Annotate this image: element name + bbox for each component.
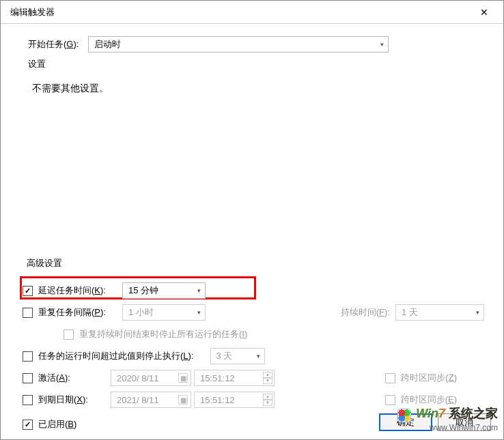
expire-sync: 跨时区同步(E) [385,394,457,406]
stop-after-row: 任务的运行时间超过此值则停止执行(L): 3 天 ▾ [23,346,484,366]
activate-sync: 跨时区同步(Z) [385,372,457,384]
repeat-interval-select: 1 小时 ▾ [122,304,206,321]
activate-date-value: 2020/ 8/11 [117,373,158,383]
enabled-label: 已启用(B) [38,418,76,430]
delay-checkbox[interactable] [23,286,33,296]
expire-time-input: 15:51:12 ▲▼ [194,392,275,408]
settings-group: 不需要其他设置。 [16,73,491,189]
stop-after-value: 3 天 [216,350,233,362]
repeat-duration-label: 持续时间(F): [341,306,390,319]
advanced-group-label: 高级设置 [27,257,492,269]
repeat-stop-row: 重复持续时间结束时停止所有运行的任务(I) [64,324,484,344]
repeat-label: 重复任务间隔(P): [38,306,106,319]
activate-date-input: 2020/ 8/11 ▦ [111,370,191,386]
enabled-checkbox[interactable] [23,420,33,430]
start-task-value: 启动时 [94,38,121,50]
repeat-row: 重复任务间隔(P): 1 小时 ▾ 持续时间(F): 1 天 ▾ [23,302,484,323]
expire-date-value: 2021/ 8/11 [117,395,158,405]
repeat-stop-checkbox [64,329,74,340]
expire-time-value: 15:51:12 [200,395,235,405]
activate-checkbox[interactable] [23,373,33,383]
activate-row: 激活(A): 2020/ 8/11 ▦ 15:51:12 ▲▼ 跨时区同步(Z) [23,368,484,388]
repeat-duration-select: 1 天 ▾ [395,304,484,321]
stop-after-label: 任务的运行时间超过此值则停止执行(L): [38,350,194,362]
stop-after-checkbox[interactable] [23,351,33,362]
titlebar: 编辑触发器 ✕ [1,1,503,24]
start-task-label: 开始任务(G): [14,38,88,50]
delay-row: 延迟任务时间(K): 15 分钟 ▾ [23,280,484,301]
settings-group-label: 设置 [28,58,492,70]
activate-sync-checkbox [385,373,395,383]
delay-value: 15 分钟 [128,284,158,297]
spinner-icon: ▲▼ [263,372,272,384]
expire-label: 到期日期(X): [38,394,105,406]
chevron-down-icon: ▾ [257,353,260,360]
close-icon[interactable]: ✕ [471,1,498,24]
repeat-interval-value: 1 小时 [128,306,154,319]
expire-sync-checkbox [385,395,395,405]
calendar-icon: ▦ [178,373,188,383]
delay-select[interactable]: 15 分钟 ▾ [122,282,206,299]
chevron-down-icon: ▾ [197,287,201,294]
dialog-buttons: 确定 取消 [379,413,491,431]
delay-label: 延迟任务时间(K): [38,284,106,297]
cancel-button[interactable]: 取消 [438,413,491,431]
expire-row: 到期日期(X): 2021/ 8/11 ▦ 15:51:12 ▲▼ 跨时区同步(… [23,390,484,410]
chevron-down-icon: ▾ [380,41,384,48]
start-task-select[interactable]: 启动时 ▾ [88,36,389,53]
ok-button[interactable]: 确定 [379,413,432,431]
window-title: 编辑触发器 [10,6,471,18]
repeat-stop-label: 重复持续时间结束时停止所有运行的任务(I) [79,328,247,340]
stop-after-select: 3 天 ▾ [210,348,265,364]
expire-date-input: 2021/ 8/11 ▦ [111,392,191,408]
activate-time-value: 15:51:12 [200,373,235,383]
calendar-icon: ▦ [178,395,188,405]
chevron-down-icon: ▾ [197,309,201,316]
spinner-icon: ▲▼ [263,394,272,406]
activate-sync-label: 跨时区同步(Z) [401,372,457,384]
repeat-duration-value: 1 天 [402,306,418,319]
chevron-down-icon: ▾ [476,309,479,316]
activate-time-input: 15:51:12 ▲▼ [194,370,275,386]
repeat-checkbox[interactable] [23,308,33,318]
expire-checkbox[interactable] [23,395,33,405]
expire-sync-label: 跨时区同步(E) [401,394,457,406]
activate-label: 激活(A): [38,372,105,384]
start-task-row: 开始任务(G): 启动时 ▾ [14,36,492,53]
content-area: 开始任务(G): 启动时 ▾ 设置 不需要其他设置。 高级设置 延迟任务时间(K… [1,24,503,440]
settings-message: 不需要其他设置。 [32,83,484,95]
